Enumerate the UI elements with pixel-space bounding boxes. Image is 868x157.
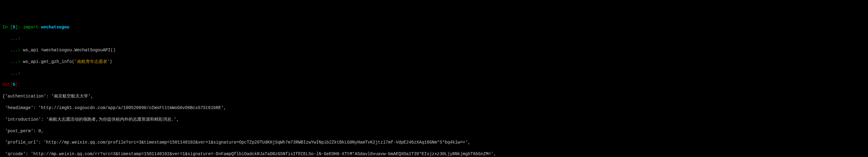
- code-line-1: In [5]: import wechatsogou: [0, 25, 868, 30]
- code-line-2: ...:: [0, 36, 868, 42]
- code-statement: ws_api =wechatsogou.WechatSogouAPI(): [23, 48, 115, 52]
- string-literal: '南航青年志愿者': [74, 59, 110, 64]
- continuation-prompt: ...:: [2, 48, 23, 52]
- continuation-prompt: ...:: [2, 59, 23, 64]
- out-prompt-line: Out[5]:: [0, 82, 868, 88]
- output-line: 'headimage': 'http://img01.sogoucdn.com/…: [0, 105, 868, 111]
- output-line: 'profile_url': 'http://mp.weixin.qq.com/…: [0, 140, 868, 145]
- output-line: {'authentication': '南京航空航天大学',: [0, 93, 868, 99]
- output-line: 'qrcode': 'http://mp.weixin.qq.com/rr?sr…: [0, 151, 868, 157]
- output-line: 'post_perm': 0,: [0, 128, 868, 134]
- out-prompt: Out[5]:: [2, 82, 21, 87]
- output-line: 'introduction': '南航大志愿活动的领跑者,为你提供校内外的志愿资…: [0, 117, 868, 122]
- continuation-prompt: ...:: [2, 36, 23, 41]
- continuation-prompt: ...:: [2, 71, 23, 76]
- code-line-3: ...: ws_api =wechatsogou.WechatSogouAPI(…: [0, 47, 868, 53]
- code-statement: ws_api.get_gzh_info(: [23, 59, 74, 64]
- code-line-5: ...:: [0, 71, 868, 76]
- in-prompt: In [5]:: [2, 25, 23, 30]
- import-keyword: import: [23, 25, 41, 30]
- module-name: wechatsogou: [41, 25, 69, 30]
- code-line-4: ...: ws_api.get_gzh_info('南航青年志愿者'): [0, 59, 868, 65]
